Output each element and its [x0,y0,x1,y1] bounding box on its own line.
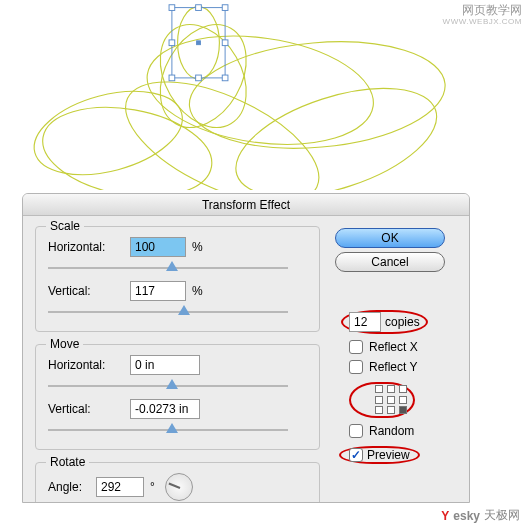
right-column: OK Cancel copies Reflect X Reflect Y [335,224,455,464]
preview-checkbox[interactable]: ✓ [349,448,363,462]
move-v-input[interactable] [130,399,200,419]
scale-v-unit: % [192,284,203,298]
reflect-y-label: Reflect Y [369,360,417,374]
rotate-legend: Rotate [46,455,89,469]
watermark-line2: WWW.WEBJX.COM [443,16,522,28]
svg-point-0 [36,95,219,190]
reflect-y-row[interactable]: Reflect Y [349,360,455,374]
random-checkbox[interactable] [349,424,363,438]
svg-point-2 [140,23,380,158]
rotate-label: Angle: [48,480,96,494]
watermark-top: 网页教学网 WWW.WEBJX.COM [443,4,522,28]
scale-h-input[interactable] [130,237,186,257]
yesky-domain: 天极网 [484,507,520,524]
svg-point-7 [143,9,264,142]
reflect-x-row[interactable]: Reflect X [349,340,455,354]
scale-h-slider[interactable] [48,261,288,275]
rotate-input[interactable] [96,477,144,497]
reflect-y-checkbox[interactable] [349,360,363,374]
random-row[interactable]: Random [349,424,455,438]
cancel-button[interactable]: Cancel [335,252,445,272]
svg-rect-15 [169,75,175,81]
scale-h-unit: % [192,240,203,254]
move-v-slider[interactable] [48,423,288,437]
copies-highlight: copies [341,310,428,334]
scale-h-label: Horizontal: [48,240,130,254]
svg-rect-18 [197,41,201,45]
move-h-label: Horizontal: [48,358,130,372]
scale-legend: Scale [46,219,84,233]
canvas-artwork [0,0,530,190]
svg-rect-14 [222,40,228,46]
watermark-line1: 网页教学网 [443,4,522,16]
rotate-unit: ° [150,480,155,494]
watermark-bottom: Y esky 天极网 [441,507,520,524]
random-label: Random [369,424,414,438]
svg-rect-13 [169,40,175,46]
svg-point-1 [25,77,191,190]
preview-highlight: ✓ Preview [339,446,420,464]
yesky-y-icon: Y [441,509,449,523]
copies-input[interactable] [349,312,381,332]
svg-rect-12 [222,5,228,11]
rotate-group: Rotate Angle: ° [35,462,320,503]
reflect-x-label: Reflect X [369,340,418,354]
scale-v-label: Vertical: [48,284,130,298]
angle-dial[interactable] [165,473,193,501]
move-group: Move Horizontal: Vertical: [35,344,320,450]
move-h-slider[interactable] [48,379,288,393]
svg-rect-11 [196,5,202,11]
svg-point-5 [223,67,450,190]
anchor-highlight [349,382,415,418]
copies-label: copies [385,315,420,329]
scale-v-slider[interactable] [48,305,288,319]
transform-effect-dialog: Transform Effect Scale Horizontal: % Ver… [22,193,470,503]
svg-rect-10 [169,5,175,11]
svg-rect-16 [196,75,202,81]
scale-v-input[interactable] [130,281,186,301]
dialog-titlebar: Transform Effect [23,194,469,216]
reflect-x-checkbox[interactable] [349,340,363,354]
yesky-text: esky [453,509,480,523]
svg-rect-17 [222,75,228,81]
scale-group: Scale Horizontal: % Vertical: % [35,226,320,332]
anchor-grid[interactable] [375,385,409,415]
move-h-input[interactable] [130,355,200,375]
ok-button[interactable]: OK [335,228,445,248]
svg-point-8 [143,9,264,142]
move-legend: Move [46,337,83,351]
preview-label: Preview [367,448,410,462]
move-v-label: Vertical: [48,402,130,416]
